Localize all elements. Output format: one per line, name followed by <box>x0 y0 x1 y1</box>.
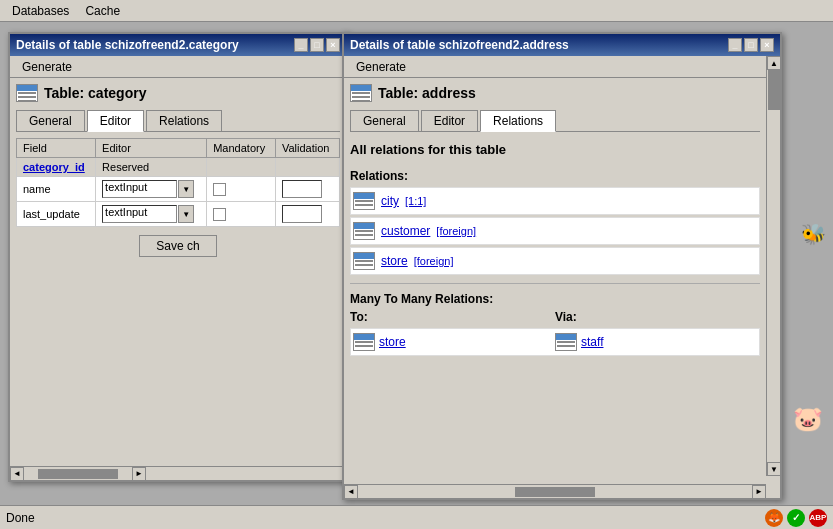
last-update-validation-input[interactable] <box>282 205 322 223</box>
store-table-icon <box>353 252 375 270</box>
tab-category-general[interactable]: General <box>16 110 85 131</box>
name-editor-cell: textInput ▼ <box>102 180 200 198</box>
category-window: Details of table schizofreend2.category … <box>8 32 348 482</box>
menu-cache[interactable]: Cache <box>77 2 128 20</box>
address-table-label: Table: address <box>378 85 476 101</box>
customer-relation-link[interactable]: customer <box>381 224 430 238</box>
category-title: Details of table schizofreend2.category <box>16 38 239 52</box>
address-titlebar: Details of table schizofreend2.address _… <box>344 34 780 56</box>
tab-address-relations[interactable]: Relations <box>480 110 556 132</box>
category-minimize-btn[interactable]: _ <box>294 38 308 52</box>
cat-hscroll-right[interactable]: ► <box>132 467 146 481</box>
status-text: Done <box>6 511 35 525</box>
category-tabs: General Editor Relations <box>16 110 340 132</box>
address-window: Details of table schizofreend2.address _… <box>342 32 782 500</box>
editor-last-update: textInput ▼ <box>96 202 207 227</box>
category-editor-table: Field Editor Mandatory Validation catego… <box>16 138 340 227</box>
mandatory-category-id <box>207 158 276 177</box>
address-window-menu: Generate <box>344 56 780 78</box>
addr-hscroll-left[interactable]: ◄ <box>344 485 358 499</box>
m2m-col-to-label: To: <box>350 310 555 324</box>
col-editor: Editor <box>96 139 207 158</box>
customer-relation-tag: [foreign] <box>436 225 476 237</box>
relations-title: All relations for this table <box>350 138 760 161</box>
tab-address-general[interactable]: General <box>350 110 419 131</box>
addr-scroll-thumb[interactable] <box>768 70 780 110</box>
section-separator <box>350 283 760 284</box>
m2m-label: Many To Many Relations: <box>350 292 760 306</box>
addr-hscroll-track <box>358 487 513 497</box>
name-editor-dropdown[interactable]: ▼ <box>178 180 194 198</box>
category-table-label: Table: category <box>44 85 146 101</box>
name-validation-input[interactable] <box>282 180 322 198</box>
city-table-icon <box>353 192 375 210</box>
addr-hscroll-right[interactable]: ► <box>752 485 766 499</box>
col-validation: Validation <box>275 139 339 158</box>
addr-scroll-down[interactable]: ▼ <box>767 462 781 476</box>
field-category-id: category_id <box>17 158 96 177</box>
menubar: Databases Cache <box>0 0 833 22</box>
address-maximize-btn[interactable]: □ <box>744 38 758 52</box>
city-relation-link[interactable]: city <box>381 194 399 208</box>
category-generate-menu[interactable]: Generate <box>14 58 80 76</box>
last-update-editor-input[interactable]: textInput <box>102 205 177 223</box>
mandatory-last-update <box>207 202 276 227</box>
address-table-icon <box>350 84 372 102</box>
name-mandatory-checkbox[interactable] <box>213 183 226 196</box>
category-table-icon <box>16 84 38 102</box>
validation-name <box>275 177 339 202</box>
address-generate-menu[interactable]: Generate <box>348 58 414 76</box>
addr-hscroll-track2 <box>597 487 752 497</box>
address-content: Table: address General Editor Relations … <box>344 78 766 484</box>
tab-address-editor[interactable]: Editor <box>421 110 478 131</box>
statusbar: Done 🦊 ✓ ABP <box>0 505 833 529</box>
category-id-link[interactable]: category_id <box>23 161 85 173</box>
last-update-editor-dropdown[interactable]: ▼ <box>178 205 194 223</box>
main-area: Details of table schizofreend2.category … <box>0 22 833 505</box>
customer-table-icon <box>353 222 375 240</box>
name-editor-input[interactable]: textInput <box>102 180 177 198</box>
tab-category-relations[interactable]: Relations <box>146 110 222 131</box>
m2m-via-cell: staff <box>555 333 757 351</box>
category-window-menu: Generate <box>10 56 346 78</box>
save-changes-button[interactable]: Save ch <box>139 235 216 257</box>
m2m-staff-icon <box>555 333 577 351</box>
address-close-btn[interactable]: × <box>760 38 774 52</box>
address-table-header: Table: address <box>350 84 760 102</box>
menu-databases[interactable]: Databases <box>4 2 77 20</box>
m2m-store-staff-row: store staff <box>350 328 760 356</box>
check-icon: ✓ <box>787 509 805 527</box>
address-title: Details of table schizofreend2.address <box>350 38 569 52</box>
m2m-store-link[interactable]: store <box>379 335 406 349</box>
field-name: name <box>17 177 96 202</box>
mandatory-name <box>207 177 276 202</box>
firefox-icon: 🦊 <box>765 509 783 527</box>
m2m-staff-link[interactable]: staff <box>581 335 603 349</box>
relations-label: Relations: <box>350 169 760 183</box>
addr-hscroll-thumb[interactable] <box>515 487 595 497</box>
pig-decoration: 🐷 <box>793 405 833 445</box>
store-relation-tag: [foreign] <box>414 255 454 267</box>
abp-icon: ABP <box>809 509 827 527</box>
last-update-mandatory-checkbox[interactable] <box>213 208 226 221</box>
tab-category-editor[interactable]: Editor <box>87 110 144 132</box>
store-relation-link[interactable]: store <box>381 254 408 268</box>
category-maximize-btn[interactable]: □ <box>310 38 324 52</box>
col-mandatory: Mandatory <box>207 139 276 158</box>
category-close-btn[interactable]: × <box>326 38 340 52</box>
statusbar-icons: 🦊 ✓ ABP <box>765 509 827 527</box>
table-row: category_id Reserved <box>17 158 340 177</box>
validation-category-id <box>275 158 339 177</box>
m2m-store-icon <box>353 333 375 351</box>
editor-reserved: Reserved <box>96 158 207 177</box>
table-row: name textInput ▼ <box>17 177 340 202</box>
address-minimize-btn[interactable]: _ <box>728 38 742 52</box>
city-relation-tag: [1:1] <box>405 195 426 207</box>
addr-scroll-up[interactable]: ▲ <box>767 56 781 70</box>
address-hscrollbar: ◄ ► <box>344 484 766 498</box>
address-tabs: General Editor Relations <box>350 110 760 132</box>
last-update-editor-cell: textInput ▼ <box>102 205 200 223</box>
cat-hscroll-thumb[interactable] <box>38 469 118 479</box>
m2m-header: To: Via: <box>350 310 760 324</box>
cat-hscroll-left[interactable]: ◄ <box>10 467 24 481</box>
